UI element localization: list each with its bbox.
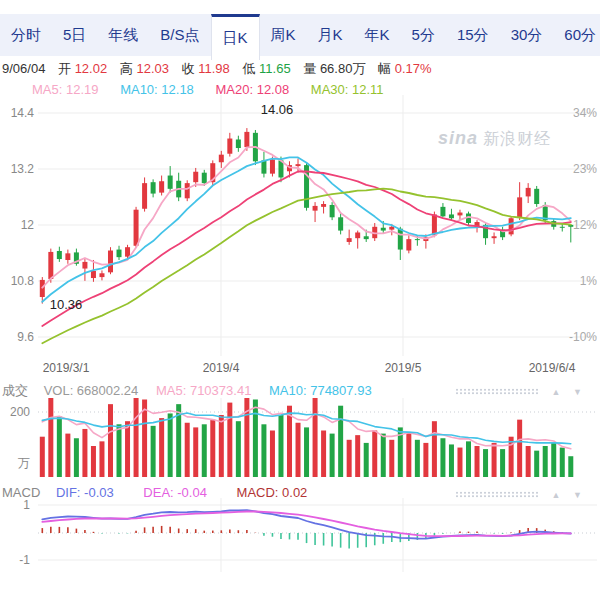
tab-5day[interactable]: 5日 xyxy=(52,14,97,56)
tab-daily-k[interactable]: 日K xyxy=(211,14,260,60)
macd-chart[interactable] xyxy=(0,496,600,576)
volume-zoom-control: ▲ ▼ xyxy=(455,383,582,398)
price-axis-label: 10.8 xyxy=(0,274,34,288)
price-axis-label: 9.6 xyxy=(0,330,34,344)
low-value: 11.65 xyxy=(259,61,291,76)
volume-chart[interactable] xyxy=(0,396,600,480)
volume-axis-unit: 万 xyxy=(0,455,30,472)
zoom-slider[interactable] xyxy=(455,491,539,498)
high-label: 高 xyxy=(120,61,133,76)
tab-15min[interactable]: 15分 xyxy=(446,14,500,56)
tab-weekly-k[interactable]: 周K xyxy=(260,14,307,56)
open-value: 12.02 xyxy=(75,61,108,76)
period-tab-bar: 分时 5日 年线 B/S点 日K 周K 月K 年K 5分 15分 30分 60分… xyxy=(0,14,600,56)
pct-axis-label: 1% xyxy=(580,274,597,288)
zoom-in-icon[interactable]: ▲ xyxy=(552,387,561,397)
low-point-annotation: 10.36 xyxy=(50,297,83,312)
tab-yearline[interactable]: 年线 xyxy=(97,14,149,56)
volume-label: 量 xyxy=(303,61,316,76)
tab-yearly-k[interactable]: 年K xyxy=(354,14,401,56)
zoom-out-icon[interactable]: ▼ xyxy=(573,387,582,397)
change-value: 0.17% xyxy=(395,61,432,76)
volume-pane-title: 成交 xyxy=(2,383,28,398)
price-axis-label: 12 xyxy=(0,218,34,232)
date-axis-label: 2019/6/4 xyxy=(529,361,576,375)
macd-axis-label: -1 xyxy=(0,553,30,567)
tab-monthly-k[interactable]: 月K xyxy=(307,14,354,56)
date-axis-label: 2019/4 xyxy=(203,361,240,375)
low-label: 低 xyxy=(242,61,255,76)
dea-value: DEA: -0.04 xyxy=(143,485,207,500)
pct-axis-label: 34% xyxy=(573,106,597,120)
zoom-out-icon[interactable]: ▼ xyxy=(573,490,582,500)
price-axis-label: 14.4 xyxy=(0,106,34,120)
date-axis-label: 2019/3/1 xyxy=(43,361,90,375)
close-value: 11.98 xyxy=(198,61,230,76)
info-date: 9/06/04 xyxy=(2,61,45,76)
volume-pane-header: 成交 VOL: 668002.24 MA5: 710373.41 MA10: 7… xyxy=(0,382,600,400)
tab-5min[interactable]: 5分 xyxy=(401,14,446,56)
macd-axis-label: 1 xyxy=(0,498,30,512)
sina-logo: sina xyxy=(438,128,478,148)
tab-30min[interactable]: 30分 xyxy=(500,14,554,56)
sina-watermark: sina新浪财经 xyxy=(438,128,551,150)
pct-axis-label: 23% xyxy=(573,162,597,176)
close-label: 收 xyxy=(182,61,195,76)
high-value: 12.03 xyxy=(136,61,169,76)
zoom-slider[interactable] xyxy=(455,388,539,395)
vol-ma10-legend: MA10: 774807.93 xyxy=(269,383,372,398)
volume-value: 66.80万 xyxy=(320,61,366,76)
macd-pane-header: MACD DIF: -0.03 DEA: -0.04 MACD: 0.02 ▲ … xyxy=(0,485,600,500)
macd-zoom-control: ▲ ▼ xyxy=(455,486,582,501)
vol-value: VOL: 668002.24 xyxy=(44,383,139,398)
stock-chart-app: 分时 5日 年线 B/S点 日K 周K 月K 年K 5分 15分 30分 60分… xyxy=(0,0,600,600)
dif-value: DIF: -0.03 xyxy=(56,485,114,500)
volume-axis-label: 200 xyxy=(0,405,30,419)
tab-fenshi[interactable]: 分时 xyxy=(0,14,52,56)
tab-60min[interactable]: 60分 xyxy=(553,14,600,56)
high-point-annotation: 14.06 xyxy=(261,102,294,117)
zoom-in-icon[interactable]: ▲ xyxy=(552,490,561,500)
macd-value: MACD: 0.02 xyxy=(237,485,308,500)
date-axis-label: 2019/5 xyxy=(385,361,422,375)
tab-bs-point[interactable]: B/S点 xyxy=(149,14,210,56)
vol-ma5-legend: MA5: 710373.41 xyxy=(156,383,251,398)
change-label: 幅 xyxy=(378,61,391,76)
open-label: 开 xyxy=(58,61,71,76)
pct-axis-label: -10% xyxy=(569,330,597,344)
ohlc-info-bar: 9/06/04 开 12.02 高 12.03 收 11.98 低 11.65 … xyxy=(2,60,432,78)
price-axis-label: 13.2 xyxy=(0,162,34,176)
pct-axis-label: 12% xyxy=(573,218,597,232)
